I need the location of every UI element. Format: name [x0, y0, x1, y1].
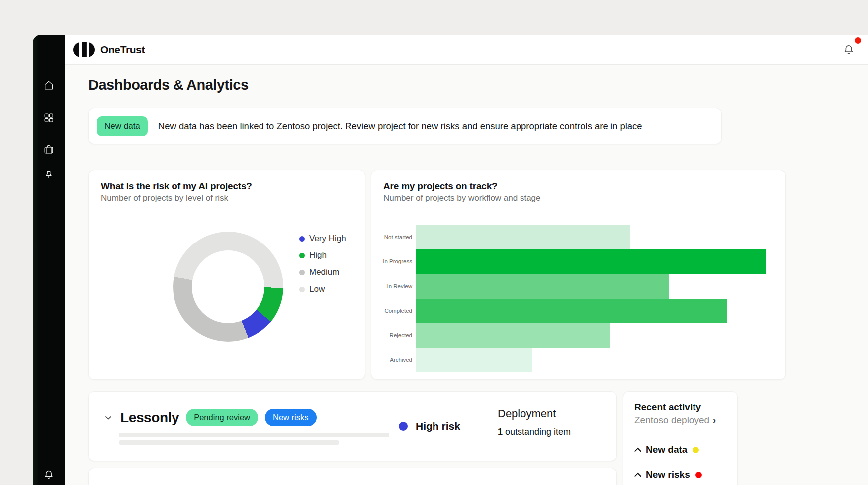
- activity-item-new-risks[interactable]: New risks: [635, 469, 702, 480]
- legend-item: Medium: [299, 264, 346, 281]
- legend-label: Very High: [309, 234, 346, 243]
- banner-message: New data has been linked to Zentoso proj…: [158, 121, 642, 132]
- project-name: Lessonly: [120, 410, 179, 426]
- legend-item: Low: [299, 281, 346, 298]
- bar-track: [416, 249, 785, 274]
- legend-dot: [299, 287, 305, 292]
- status-badge-new-risks: New risks: [265, 409, 317, 426]
- brand-logo[interactable]: OneTrust: [73, 42, 145, 57]
- legend-label: High: [309, 250, 327, 260]
- pin-icon[interactable]: [43, 169, 55, 181]
- legend-item: High: [299, 247, 346, 264]
- bar-category-label: Archived: [371, 357, 412, 363]
- onetrust-logo-icon: [73, 42, 95, 57]
- bar-gap: [412, 299, 416, 323]
- stage-name: Deployment: [498, 407, 571, 420]
- recent-activity-card: Recent activity Zentoso deployed › New d…: [623, 391, 738, 485]
- outstanding-text: outstanding item: [503, 427, 571, 437]
- stage-info: Deployment 1 outstanding item: [498, 407, 571, 437]
- skeleton-line-2: [119, 440, 339, 445]
- bar-row: In Progress: [371, 249, 785, 274]
- legend-item: Very High: [299, 230, 346, 247]
- content-column: OneTrust Dashboards & Analytics New data…: [65, 35, 868, 485]
- bar-card-subtitle: Number of projects by workflow and stage: [383, 193, 541, 203]
- main-content: Dashboards & Analytics New data New data…: [65, 65, 868, 485]
- bar-fill: [416, 348, 532, 373]
- risk-dot: [399, 422, 408, 431]
- bar-category-label: Rejected: [371, 332, 412, 338]
- notification-badge-dot: [855, 37, 861, 44]
- activity-status-dot-yellow: [693, 447, 699, 453]
- bar-row: In Review: [371, 274, 785, 299]
- legend-label: Low: [309, 284, 325, 294]
- activity-label: New data: [646, 444, 687, 455]
- caret-up-icon: [634, 473, 641, 480]
- outstanding-count: 1: [498, 427, 503, 437]
- bar-fill: [416, 323, 610, 348]
- bar-category-label: Completed: [371, 308, 412, 314]
- bar-row: Completed: [371, 299, 785, 323]
- activity-label: New risks: [646, 469, 690, 480]
- bar-track: [416, 299, 785, 323]
- project-row-card: Lessonly Pending review New risks High r…: [88, 391, 617, 461]
- donut-chart: [173, 232, 283, 342]
- sidebar-divider-top: [36, 157, 62, 157]
- skeleton-line-1: [119, 433, 389, 437]
- top-header: OneTrust: [65, 35, 868, 65]
- legend-dot: [299, 236, 305, 242]
- activity-item-new-data[interactable]: New data: [635, 444, 699, 455]
- chevron-down-icon[interactable]: [103, 413, 113, 423]
- bar-gap: [412, 249, 416, 274]
- bar-gap: [412, 348, 416, 373]
- bar-category-label: In Review: [371, 283, 412, 289]
- legend-label: Medium: [309, 267, 339, 277]
- apps-grid-icon[interactable]: [43, 112, 55, 124]
- risk-donut-card: What is the risk of my AI projects? Numb…: [88, 170, 365, 380]
- project-header: Lessonly Pending review New risks: [103, 409, 317, 426]
- sidebar-divider-bottom: [36, 451, 62, 451]
- recent-activity-link[interactable]: Zentoso deployed ›: [634, 415, 716, 426]
- bar-fill: [416, 249, 766, 274]
- risk-indicator: High risk: [399, 420, 460, 432]
- recent-activity-subtitle: Zentoso deployed: [634, 415, 709, 426]
- caret-up-icon: [634, 448, 641, 455]
- bell-icon[interactable]: [43, 469, 55, 481]
- risk-label: High risk: [416, 420, 460, 432]
- bar-gap: [412, 225, 416, 249]
- page-title: Dashboards & Analytics: [88, 77, 249, 93]
- legend-dot: [299, 270, 305, 275]
- bar-fill: [416, 274, 669, 299]
- notifications-bell-icon[interactable]: [842, 43, 855, 56]
- stage-detail: 1 outstanding item: [498, 427, 571, 437]
- bar-track: [416, 274, 785, 299]
- bar-gap: [412, 274, 416, 299]
- bar-row: Archived: [371, 348, 785, 373]
- bar-fill: [416, 299, 727, 323]
- brand-name: OneTrust: [100, 44, 145, 56]
- workflow-bar-card: Are my projects on track? Number of proj…: [371, 170, 786, 380]
- banner-badge: New data: [97, 116, 148, 136]
- donut-card-title: What is the risk of my AI projects?: [101, 181, 252, 192]
- bar-category-label: Not started: [371, 234, 412, 240]
- next-project-card: [88, 468, 617, 485]
- status-badge-pending-review: Pending review: [186, 409, 258, 426]
- bar-gap: [412, 323, 416, 348]
- donut-legend: Very HighHighMediumLow: [299, 230, 346, 298]
- briefcase-icon[interactable]: [43, 143, 55, 155]
- bar-track: [416, 348, 785, 373]
- bar-track: [416, 323, 785, 348]
- activity-status-dot-red: [695, 472, 702, 478]
- home-icon[interactable]: [43, 80, 55, 91]
- app-frame: OneTrust Dashboards & Analytics New data…: [33, 35, 868, 485]
- recent-activity-title: Recent activity: [634, 402, 701, 413]
- bar-card-title: Are my projects on track?: [383, 181, 497, 192]
- bar-row: Rejected: [371, 323, 785, 348]
- bar-fill: [416, 225, 630, 249]
- chevron-right-icon: ›: [713, 415, 716, 426]
- notification-banner: New data New data has been linked to Zen…: [88, 108, 722, 144]
- legend-dot: [299, 253, 305, 258]
- sidebar: [33, 35, 65, 485]
- donut-card-subtitle: Number of projects by level of risk: [101, 193, 228, 203]
- bar-category-label: In Progress: [371, 258, 412, 264]
- bar-track: [416, 225, 785, 249]
